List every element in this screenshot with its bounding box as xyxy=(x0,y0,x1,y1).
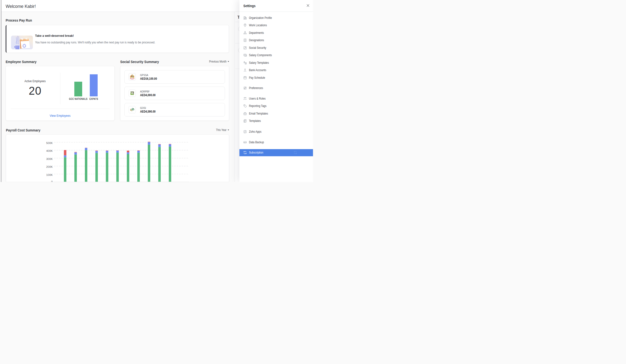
svg-text:200K: 200K xyxy=(46,165,53,168)
svg-text:400K: 400K xyxy=(46,149,53,152)
svg-text:500K: 500K xyxy=(46,142,53,144)
svg-text:100K: 100K xyxy=(46,173,53,176)
svg-text:300K: 300K xyxy=(46,158,53,161)
svg-text:0: 0 xyxy=(51,180,53,182)
